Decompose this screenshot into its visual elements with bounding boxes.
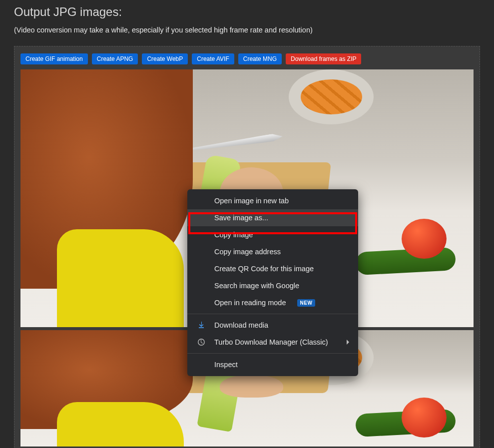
menu-download-media[interactable]: Download media bbox=[187, 317, 358, 334]
menu-label: Download media bbox=[214, 321, 268, 329]
create-avif-button[interactable]: Create AVIF bbox=[192, 53, 234, 64]
menu-label: Turbo Download Manager (Classic) bbox=[214, 338, 328, 346]
svg-rect-0 bbox=[199, 327, 204, 328]
menu-reading-mode[interactable]: Open in reading mode NEW bbox=[187, 294, 358, 311]
section-subtitle: (Video conversion may take a while, espe… bbox=[14, 26, 480, 34]
menu-separator bbox=[187, 314, 358, 314]
turbo-icon bbox=[196, 337, 206, 347]
menu-copy-image-address[interactable]: Copy image address bbox=[187, 243, 358, 260]
menu-separator bbox=[187, 353, 358, 354]
menu-label: Create QR Code for this image bbox=[214, 265, 314, 273]
menu-create-qr-code[interactable]: Create QR Code for this image bbox=[187, 260, 358, 277]
menu-save-image-as[interactable]: Save image as... bbox=[187, 209, 358, 226]
new-badge: NEW bbox=[297, 299, 316, 307]
menu-label: Copy image address bbox=[214, 248, 281, 256]
section-title: Output JPG images: bbox=[14, 5, 480, 19]
menu-label: Inspect bbox=[214, 361, 238, 369]
download-zip-button[interactable]: Download frames as ZIP bbox=[286, 53, 361, 64]
create-apng-button[interactable]: Create APNG bbox=[92, 53, 138, 64]
menu-label: Open in reading mode bbox=[214, 299, 286, 307]
image-context-menu: Open image in new tab Save image as... C… bbox=[187, 189, 358, 376]
action-button-row: Create GIF animation Create APNG Create … bbox=[20, 53, 474, 64]
menu-label: Save image as... bbox=[214, 214, 268, 222]
create-gif-button[interactable]: Create GIF animation bbox=[20, 53, 88, 64]
menu-search-google[interactable]: Search image with Google bbox=[187, 277, 358, 294]
create-webp-button[interactable]: Create WebP bbox=[142, 53, 188, 64]
create-mng-button[interactable]: Create MNG bbox=[238, 53, 282, 64]
menu-turbo-download[interactable]: Turbo Download Manager (Classic) bbox=[187, 334, 358, 351]
menu-label: Search image with Google bbox=[214, 282, 299, 290]
menu-inspect[interactable]: Inspect bbox=[187, 356, 358, 373]
menu-label: Open image in new tab bbox=[214, 197, 289, 205]
submenu-arrow-icon bbox=[346, 339, 350, 345]
download-icon bbox=[196, 320, 206, 330]
menu-label: Copy image bbox=[214, 231, 253, 239]
menu-copy-image[interactable]: Copy image bbox=[187, 226, 358, 243]
menu-open-new-tab[interactable]: Open image in new tab bbox=[187, 192, 358, 209]
